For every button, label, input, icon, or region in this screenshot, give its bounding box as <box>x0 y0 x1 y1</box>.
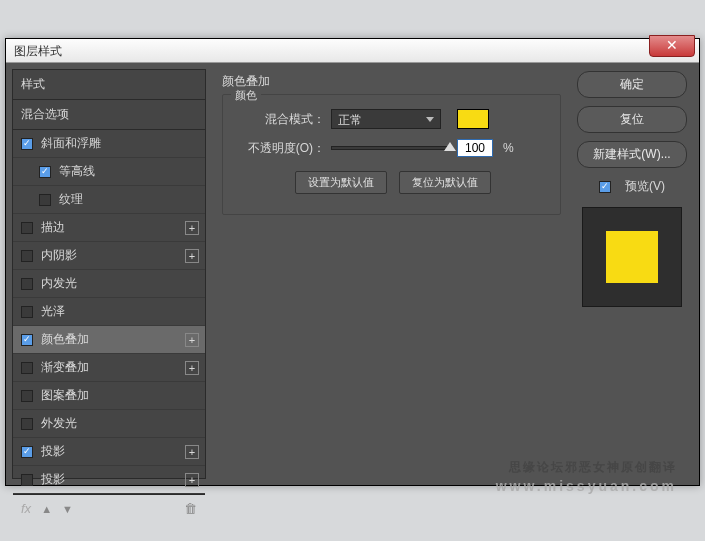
fieldset-legend: 颜色 <box>231 88 261 103</box>
trash-icon[interactable]: 🗑 <box>184 501 197 516</box>
style-checkbox[interactable] <box>21 222 33 234</box>
style-label: 外发光 <box>41 415 77 432</box>
style-label: 斜面和浮雕 <box>41 135 101 152</box>
style-label: 描边 <box>41 219 65 236</box>
blend-mode-value: 正常 <box>338 113 362 127</box>
new-style-button[interactable]: 新建样式(W)... <box>577 141 687 168</box>
styles-footer: fx ▲ ▼ 🗑 <box>13 494 205 522</box>
reset-default-button[interactable]: 复位为默认值 <box>399 171 491 194</box>
blend-mode-label: 混合模式： <box>235 111 325 128</box>
style-row-6[interactable]: 光泽 <box>13 298 205 326</box>
color-fieldset: 颜色 混合模式： 正常 不透明度(O)： 100 % 设置为默认值 复位为默认 <box>222 94 561 215</box>
settings-panel: 颜色叠加 颜色 混合模式： 正常 不透明度(O)： 100 % 设置 <box>214 69 569 479</box>
style-row-11[interactable]: 投影+ <box>13 438 205 466</box>
add-effect-icon[interactable]: + <box>185 249 199 263</box>
cancel-button[interactable]: 复位 <box>577 106 687 133</box>
style-checkbox[interactable] <box>21 362 33 374</box>
preview-checkbox[interactable] <box>599 181 611 193</box>
style-label: 渐变叠加 <box>41 359 89 376</box>
action-panel: 确定 复位 新建样式(W)... 预览(V) <box>577 69 693 479</box>
style-checkbox[interactable] <box>21 390 33 402</box>
move-up-icon[interactable]: ▲ <box>41 503 52 515</box>
style-label: 内发光 <box>41 275 77 292</box>
close-button[interactable]: ✕ <box>649 35 695 57</box>
add-effect-icon[interactable]: + <box>185 221 199 235</box>
slider-thumb-icon[interactable] <box>444 142 456 151</box>
style-row-7[interactable]: 颜色叠加+ <box>13 326 205 354</box>
add-effect-icon[interactable]: + <box>185 361 199 375</box>
move-down-icon[interactable]: ▼ <box>62 503 73 515</box>
style-row-4[interactable]: 内阴影+ <box>13 242 205 270</box>
style-label: 投影 <box>41 443 65 460</box>
style-checkbox[interactable] <box>21 418 33 430</box>
style-row-0[interactable]: 斜面和浮雕 <box>13 130 205 158</box>
style-checkbox[interactable] <box>39 194 51 206</box>
dialog-title: 图层样式 <box>6 39 70 64</box>
ok-button[interactable]: 确定 <box>577 71 687 98</box>
style-row-2[interactable]: 纹理 <box>13 186 205 214</box>
section-title: 颜色叠加 <box>222 73 561 90</box>
layer-style-dialog: 图层样式 ✕ 样式 混合选项 斜面和浮雕等高线纹理描边+内阴影+内发光光泽颜色叠… <box>5 38 700 486</box>
add-effect-icon[interactable]: + <box>185 473 199 487</box>
style-checkbox[interactable] <box>21 446 33 458</box>
style-row-8[interactable]: 渐变叠加+ <box>13 354 205 382</box>
blend-mode-dropdown[interactable]: 正常 <box>331 109 441 129</box>
style-row-12[interactable]: 投影+ <box>13 466 205 494</box>
opacity-label: 不透明度(O)： <box>235 140 325 157</box>
title-bar: 图层样式 ✕ <box>6 39 699 63</box>
style-label: 投影 <box>41 471 65 488</box>
style-row-3[interactable]: 描边+ <box>13 214 205 242</box>
color-swatch[interactable] <box>457 109 489 129</box>
set-default-button[interactable]: 设置为默认值 <box>295 171 387 194</box>
preview-toggle-row[interactable]: 预览(V) <box>577 178 687 195</box>
styles-list-panel: 样式 混合选项 斜面和浮雕等高线纹理描边+内阴影+内发光光泽颜色叠加+渐变叠加+… <box>12 69 206 479</box>
style-row-5[interactable]: 内发光 <box>13 270 205 298</box>
style-row-1[interactable]: 等高线 <box>13 158 205 186</box>
opacity-input[interactable]: 100 <box>457 139 493 157</box>
add-effect-icon[interactable]: + <box>185 333 199 347</box>
style-label: 内阴影 <box>41 247 77 264</box>
style-checkbox[interactable] <box>21 306 33 318</box>
style-label: 光泽 <box>41 303 65 320</box>
preview-box <box>582 207 682 307</box>
opacity-unit: % <box>503 141 514 155</box>
style-row-10[interactable]: 外发光 <box>13 410 205 438</box>
style-label: 颜色叠加 <box>41 331 89 348</box>
style-checkbox[interactable] <box>21 474 33 486</box>
style-row-9[interactable]: 图案叠加 <box>13 382 205 410</box>
style-checkbox[interactable] <box>21 278 33 290</box>
opacity-slider[interactable] <box>331 146 451 150</box>
style-label: 纹理 <box>59 191 83 208</box>
fx-menu[interactable]: fx <box>21 501 31 516</box>
preview-label: 预览(V) <box>625 178 665 195</box>
style-checkbox[interactable] <box>21 334 33 346</box>
preview-swatch <box>606 231 658 283</box>
add-effect-icon[interactable]: + <box>185 445 199 459</box>
blend-options-header[interactable]: 混合选项 <box>13 100 205 130</box>
styles-header[interactable]: 样式 <box>13 70 205 100</box>
style-label: 等高线 <box>59 163 95 180</box>
style-checkbox[interactable] <box>39 166 51 178</box>
style-checkbox[interactable] <box>21 138 33 150</box>
style-label: 图案叠加 <box>41 387 89 404</box>
style-checkbox[interactable] <box>21 250 33 262</box>
